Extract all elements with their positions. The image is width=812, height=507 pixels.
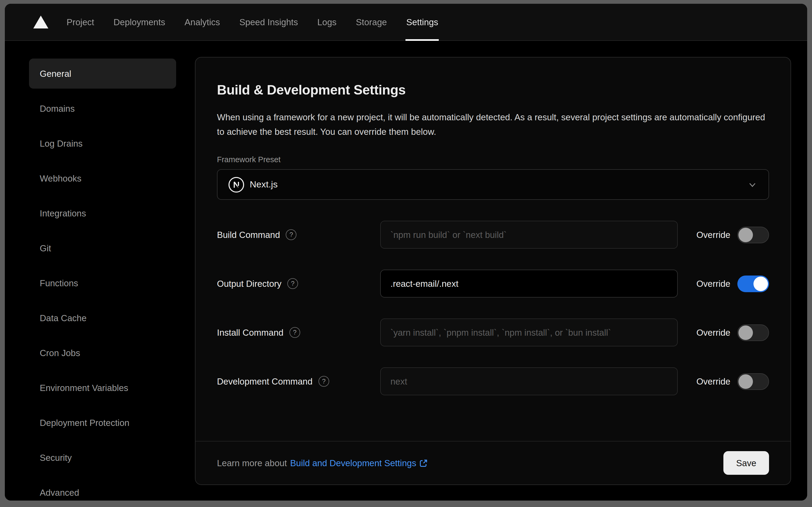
output-directory-row: Output Directory ? Override	[217, 270, 769, 298]
card-description: When using a framework for a new project…	[217, 110, 769, 139]
development-command-row: Development Command ? Override	[217, 368, 769, 396]
sidebar-item-cron-jobs[interactable]: Cron Jobs	[29, 338, 176, 368]
command-rows: Build Command ? Override	[217, 221, 769, 396]
toggle-knob	[739, 326, 753, 340]
sidebar-item-security[interactable]: Security	[29, 443, 176, 472]
development-command-label: Development Command	[217, 377, 312, 387]
nav-tab-deployments[interactable]: Deployments	[104, 4, 175, 40]
vercel-logo[interactable]	[33, 4, 48, 40]
sidebar-item-git[interactable]: Git	[29, 233, 176, 263]
sidebar-item-advanced[interactable]: Advanced	[29, 477, 176, 501]
sidebar-item-functions[interactable]: Functions	[29, 268, 176, 298]
chevron-down-icon	[747, 179, 758, 190]
sidebar-item-domains[interactable]: Domains	[29, 94, 176, 123]
help-icon[interactable]: ?	[318, 376, 329, 387]
sidebar-item-deployment-protection[interactable]: Deployment Protection	[29, 408, 176, 438]
toggle-knob	[739, 228, 753, 242]
toggle-knob	[753, 277, 768, 291]
help-icon[interactable]: ?	[286, 230, 297, 240]
link-label: Build and Development Settings	[290, 458, 416, 468]
nextjs-logo-icon	[228, 177, 244, 193]
toggle-knob	[739, 374, 753, 389]
sidebar-item-webhooks[interactable]: Webhooks	[29, 163, 176, 193]
page-title: Build & Development Settings	[217, 82, 769, 98]
install-command-override-toggle[interactable]	[737, 324, 769, 341]
settings-main: Build & Development Settings When using …	[190, 41, 807, 501]
save-button[interactable]: Save	[723, 451, 769, 475]
build-dev-settings-link[interactable]: Build and Development Settings	[290, 458, 428, 468]
learn-more-prefix: Learn more about	[217, 458, 287, 468]
sidebar-item-data-cache[interactable]: Data Cache	[29, 303, 176, 333]
build-command-row: Build Command ? Override	[217, 221, 769, 249]
card-footer: Learn more about Build and Development S…	[195, 441, 791, 485]
external-link-icon	[419, 458, 428, 467]
nav-tab-logs[interactable]: Logs	[308, 4, 346, 40]
nav-tab-analytics[interactable]: Analytics	[175, 4, 230, 40]
nav-tab-speed-insights[interactable]: Speed Insights	[230, 4, 307, 40]
override-label: Override	[696, 377, 731, 387]
install-command-row: Install Command ? Override	[217, 319, 769, 347]
development-command-input[interactable]	[380, 368, 678, 396]
help-icon[interactable]: ?	[287, 278, 298, 289]
output-directory-override-toggle[interactable]	[737, 276, 769, 292]
settings-page: General Domains Log Drains Webhooks Inte…	[5, 41, 807, 501]
install-command-label: Install Command	[217, 328, 284, 338]
vercel-triangle-icon	[33, 15, 48, 29]
install-command-input[interactable]	[380, 319, 678, 347]
framework-preset-select[interactable]: Next.js	[217, 169, 769, 200]
output-directory-label: Output Directory	[217, 279, 281, 289]
learn-more-text: Learn more about Build and Development S…	[217, 458, 428, 468]
project-top-nav: Project Deployments Analytics Speed Insi…	[5, 4, 807, 41]
override-label: Override	[696, 230, 731, 240]
screen: Project Deployments Analytics Speed Insi…	[0, 0, 812, 507]
sidebar-item-general[interactable]: General	[29, 59, 176, 89]
help-icon[interactable]: ?	[289, 327, 300, 338]
nav-tab-storage[interactable]: Storage	[346, 4, 397, 40]
output-directory-input[interactable]	[380, 270, 678, 298]
nav-tab-project[interactable]: Project	[57, 4, 104, 40]
settings-sidebar: General Domains Log Drains Webhooks Inte…	[5, 41, 190, 501]
card-body: Build & Development Settings When using …	[195, 57, 791, 441]
build-command-input[interactable]	[380, 221, 678, 249]
browser-window: Project Deployments Analytics Speed Insi…	[5, 4, 807, 501]
build-command-override-toggle[interactable]	[737, 227, 769, 243]
sidebar-item-environment-variables[interactable]: Environment Variables	[29, 373, 176, 403]
nav-tab-settings[interactable]: Settings	[397, 4, 448, 40]
override-label: Override	[696, 279, 731, 289]
development-command-override-toggle[interactable]	[737, 373, 769, 390]
framework-preset-label: Framework Preset	[217, 156, 769, 164]
build-command-label: Build Command	[217, 230, 280, 240]
framework-preset-value: Next.js	[250, 179, 278, 190]
sidebar-item-log-drains[interactable]: Log Drains	[29, 128, 176, 158]
sidebar-item-integrations[interactable]: Integrations	[29, 198, 176, 228]
override-label: Override	[696, 328, 731, 338]
build-dev-settings-card: Build & Development Settings When using …	[195, 57, 791, 485]
